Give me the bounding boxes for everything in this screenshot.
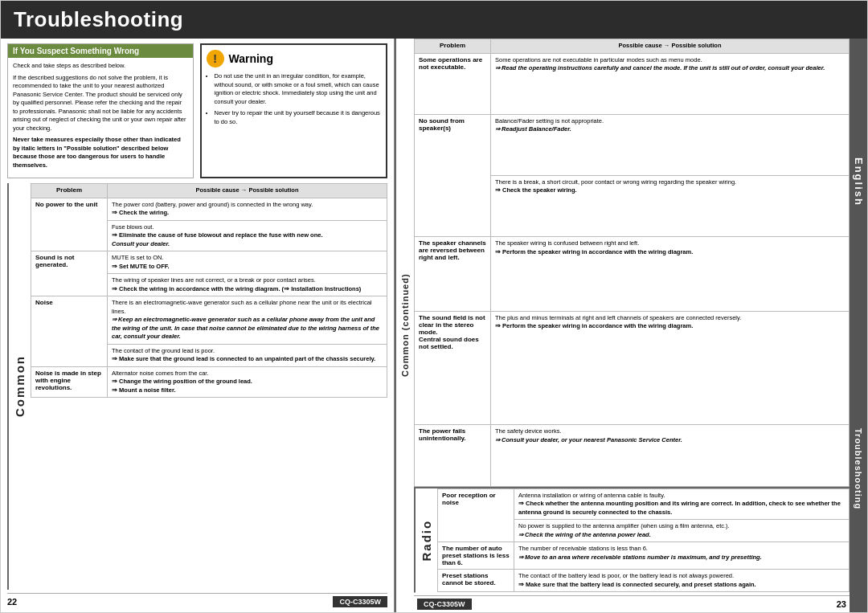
table-row: The number of auto preset stations is le… <box>438 542 850 570</box>
problem-auto-preset: The number of auto preset stations is le… <box>438 542 514 570</box>
right-tables: Problem Possible cause → Possible soluti… <box>414 39 850 612</box>
warning-item-1: Do not use the unit in an irregular cond… <box>215 72 382 106</box>
if-you-suspect-box: If You Suspect Something Wrong Check and… <box>7 43 194 178</box>
common-vertical-label: Common <box>7 183 31 590</box>
radio-table: Poor reception or noise Antenna installa… <box>437 488 850 593</box>
table-row: No power to the unit The power cord (bat… <box>31 198 387 220</box>
troubleshooting-sidebar-label: Troubleshooting <box>850 325 867 612</box>
problem-preset-stored: Preset stations cannot be stored. <box>438 570 514 592</box>
if-you-suspect-desc: If the described suggestions do not solv… <box>13 74 188 133</box>
problem-some-ops: Some operations are not executable. <box>415 53 491 114</box>
table-row: Noise is made in step with engine revolu… <box>31 366 387 398</box>
solution-channels-reversed: The speaker wiring is confused between r… <box>491 237 850 312</box>
solution-sound-2: The wiring of speaker lines are not corr… <box>108 274 387 296</box>
table-row: No sound from speaker(s) Balance/Fader s… <box>415 114 850 175</box>
footer-right-model: CQ-C3305W <box>417 599 472 610</box>
radio-vertical-label: Radio <box>414 488 437 593</box>
radio-table-wrapper: Poor reception or noise Antenna installa… <box>437 488 850 593</box>
table-row: Poor reception or noise Antenna installa… <box>438 488 850 520</box>
table-row: The power fails unintentionally. The saf… <box>415 425 850 486</box>
table-row: Noise There is an electromagnetic-wave g… <box>31 296 387 345</box>
if-you-suspect-bold: Never take measures especially those oth… <box>13 136 188 170</box>
warning-item-2: Never try to repair the unit by yourself… <box>215 109 382 126</box>
right-section: Common (continued) Problem Possible caus… <box>395 39 867 612</box>
problem-noise-engine: Noise is made in step with engine revolu… <box>31 366 108 398</box>
problem-power-fails: The power fails unintentionally. <box>415 425 491 486</box>
left-table-wrapper: Problem Possible cause → Possible soluti… <box>31 183 387 590</box>
english-sidebar-label: English <box>850 39 867 325</box>
solution-auto-preset: The number of receivable stations is les… <box>514 542 850 570</box>
solution-sound-field: The plus and minus terminals at right an… <box>491 311 850 425</box>
left-th-problem: Problem <box>31 184 108 198</box>
solution-preset-stored: The contact of the battery lead is poor,… <box>514 570 850 592</box>
problem-channels-reversed: The speaker channels are reversed betwee… <box>415 237 491 312</box>
warning-icon: ! <box>207 50 224 67</box>
problem-sound-not-generated: Sound is not generated. <box>31 251 108 296</box>
solution-power-fails: The safety device works. ⇒ Consult your … <box>491 425 850 486</box>
problem-poor-reception: Poor reception or noise <box>438 488 514 542</box>
footer-left-model: CQ-C3305W <box>333 596 387 607</box>
solution-no-sound-2: There is a break, a short circuit, poor … <box>491 175 850 236</box>
footer-right: CQ-C3305W 23 <box>414 595 850 612</box>
table-row: The sound field is not clear in the ster… <box>415 311 850 425</box>
if-you-suspect-heading: If You Suspect Something Wrong <box>8 44 193 58</box>
solution-no-sound-1: Balance/Fader setting is not appropriate… <box>491 114 850 175</box>
right-sidebars: English Troubleshooting <box>850 39 867 612</box>
warning-title-row: ! Warning <box>207 50 382 67</box>
warning-label: Warning <box>229 52 273 65</box>
solution-some-ops: Some operations are not executable in pa… <box>491 53 850 114</box>
common-continued-label: Common (continued) <box>395 39 414 612</box>
right-th-solution: Possible cause → Possible solution <box>491 39 850 54</box>
right-th-problem: Problem <box>415 39 491 54</box>
if-you-suspect-intro: Check and take steps as described below. <box>13 62 188 71</box>
solution-sound-1: MUTE is set to ON. ⇒ Set MUTE to OFF. <box>108 251 387 274</box>
table-row: Preset stations cannot be stored. The co… <box>438 570 850 592</box>
solution-noise-2: The contact of the ground lead is poor. … <box>108 344 387 366</box>
warning-list: Do not use the unit in an irregular cond… <box>207 72 382 126</box>
solution-poor-reception-2: No power is supplied to the antenna ampl… <box>514 520 850 542</box>
right-common-table: Problem Possible cause → Possible soluti… <box>414 39 850 487</box>
left-th-solution: Possible cause → Possible solution <box>108 184 387 198</box>
footer-right-page: 23 <box>837 599 846 609</box>
page-header: Troubleshooting <box>1 1 867 39</box>
problem-noise: Noise <box>31 296 108 367</box>
problem-no-sound-speaker: No sound from speaker(s) <box>415 114 491 236</box>
common-table-area: Common Problem Possible cause → Possible… <box>7 183 387 590</box>
problem-sound-field: The sound field is not clear in the ster… <box>415 311 491 425</box>
solution-no-power-2: Fuse blows out. ⇒ Eliminate the cause of… <box>108 220 387 251</box>
solution-no-power-1: The power cord (battery, power and groun… <box>108 198 387 220</box>
table-row: Sound is not generated. MUTE is set to O… <box>31 251 387 274</box>
table-row: The speaker channels are reversed betwee… <box>415 237 850 312</box>
table-row: Some operations are not executable. Some… <box>415 53 850 114</box>
common-continued-table-area: Problem Possible cause → Possible soluti… <box>414 39 850 488</box>
warning-box: ! Warning Do not use the unit in an irre… <box>200 43 388 178</box>
footer-left-page: 22 <box>7 597 17 607</box>
solution-poor-reception-1: Antenna installation or wiring of antenn… <box>514 488 850 520</box>
solution-noise-1: There is an electromagnetic-wave generat… <box>108 296 387 345</box>
solution-noise-engine: Alternator noise comes from the car. ⇒ C… <box>108 366 387 398</box>
left-trouble-table: Problem Possible cause → Possible soluti… <box>31 183 387 398</box>
page-title: Troubleshooting <box>14 7 183 31</box>
problem-no-power: No power to the unit <box>31 198 108 251</box>
right-inner: Common (continued) Problem Possible caus… <box>395 39 867 612</box>
left-section: If You Suspect Something Wrong Check and… <box>1 39 395 612</box>
radio-section: Radio Poor reception or noise Antenna in… <box>414 488 850 593</box>
